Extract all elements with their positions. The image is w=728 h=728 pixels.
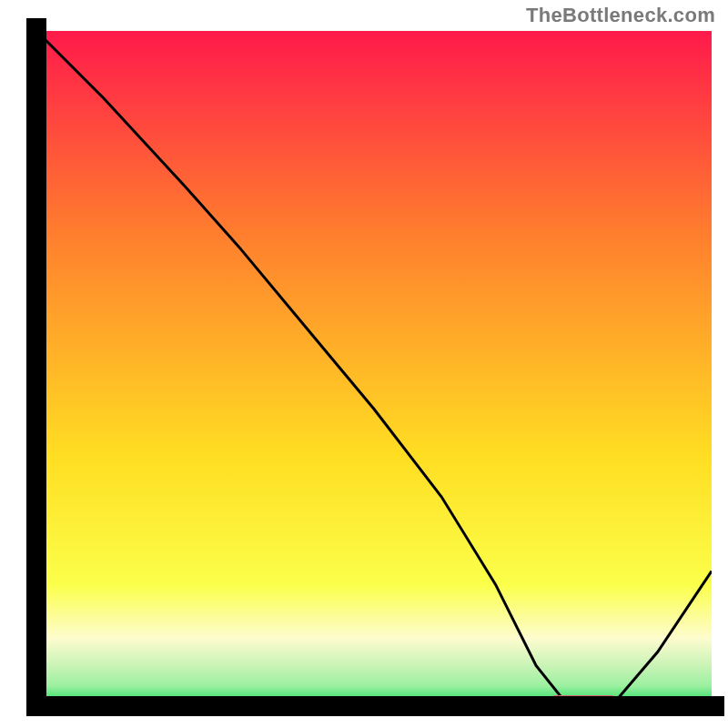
bottleneck-chart: [0, 0, 728, 728]
gradient-background: [36, 31, 712, 706]
